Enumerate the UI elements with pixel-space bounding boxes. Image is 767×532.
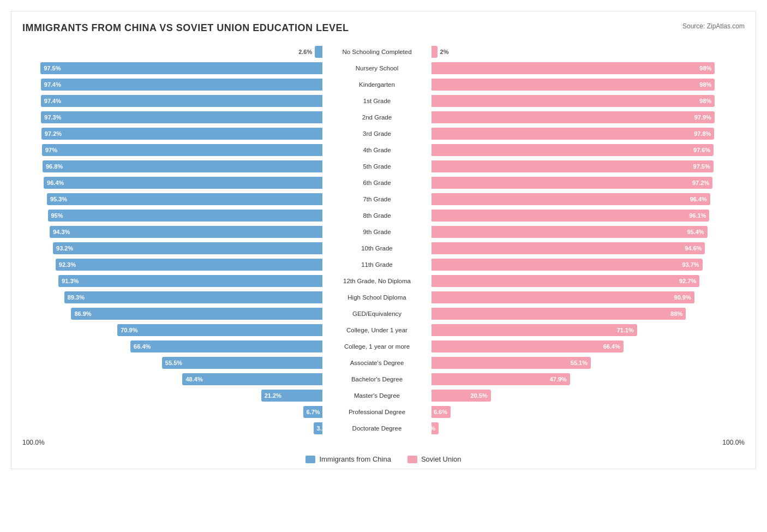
- bar-row: 70.9%College, Under 1 year71.1%: [22, 323, 745, 337]
- bar-label: 9th Grade: [322, 229, 432, 235]
- soviet-value: 20.5%: [470, 392, 490, 399]
- bar-row: 89.3%High School Diploma90.9%: [22, 290, 745, 304]
- bar-label: Kindergarten: [322, 81, 432, 88]
- bar-label: Associate's Degree: [322, 360, 432, 366]
- bar-label: Professional Degree: [322, 409, 432, 415]
- legend: Immigrants from China Soviet Union: [17, 455, 750, 463]
- bar-row: 55.5%Associate's Degree55.1%: [22, 356, 745, 370]
- bar-label: 10th Grade: [322, 245, 432, 252]
- bar-label: 6th Grade: [322, 180, 432, 186]
- bar-label: Master's Degree: [322, 392, 432, 399]
- china-value: 94.3%: [50, 229, 70, 235]
- china-value: 95.3%: [47, 196, 67, 202]
- soviet-value: 47.9%: [550, 376, 570, 382]
- bar-row: 3.1%Doctorate Degree2.5%: [22, 421, 745, 435]
- bar-label: Doctorate Degree: [322, 425, 432, 432]
- soviet-value: 6.6%: [434, 409, 451, 415]
- bar-row: 66.4%College, 1 year or more66.4%: [22, 339, 745, 354]
- china-value: 91.3%: [58, 278, 79, 284]
- soviet-value: 94.6%: [685, 245, 705, 252]
- bar-row: 2.6%No Schooling Completed2%: [22, 45, 745, 59]
- bar-row: 97.4%1st Grade98%: [22, 94, 745, 108]
- china-value: 6.7%: [303, 409, 320, 415]
- bar-label: Nursery School: [322, 65, 432, 71]
- china-value: 86.9%: [71, 310, 91, 317]
- bar-label: No Schooling Completed: [322, 49, 432, 55]
- china-value: 48.4%: [182, 376, 202, 382]
- bar-row: 92.3%11th Grade93.7%: [22, 258, 745, 272]
- bar-label: 2nd Grade: [322, 114, 432, 121]
- china-value: 95%: [48, 212, 63, 219]
- china-value: 97.4%: [41, 98, 61, 104]
- bar-row: 97.5%Nursery School98%: [22, 61, 745, 75]
- china-value: 92.3%: [56, 261, 76, 268]
- bar-label: Bachelor's Degree: [322, 376, 432, 382]
- soviet-value: 96.1%: [689, 212, 709, 219]
- china-value: 96.8%: [43, 163, 63, 170]
- china-value: 97.4%: [41, 81, 61, 88]
- china-value: 21.2%: [261, 392, 281, 399]
- bar-row: 48.4%Bachelor's Degree47.9%: [22, 372, 745, 386]
- soviet-value: 90.9%: [674, 294, 694, 301]
- bar-label: High School Diploma: [322, 294, 432, 301]
- bar-row: 21.2%Master's Degree20.5%: [22, 388, 745, 403]
- soviet-value: 66.4%: [603, 343, 624, 350]
- bar-row: 97.2%3rd Grade97.8%: [22, 127, 745, 141]
- soviet-value: 97.6%: [693, 147, 714, 153]
- legend-china: Immigrants from China: [305, 455, 391, 463]
- bar-row: 95.3%7th Grade96.4%: [22, 192, 745, 206]
- bar-row: 96.4%6th Grade97.2%: [22, 176, 745, 190]
- china-value: 55.5%: [162, 360, 182, 366]
- bar-label: 7th Grade: [322, 196, 432, 202]
- legend-china-label: Immigrants from China: [319, 455, 391, 463]
- bar-label: 11th Grade: [322, 261, 432, 268]
- china-value: 70.9%: [117, 327, 137, 333]
- bar-label: 3rd Grade: [322, 130, 432, 137]
- soviet-value: 88%: [670, 310, 686, 317]
- bar-row: 93.2%10th Grade94.6%: [22, 241, 745, 255]
- bar-row: 86.9%GED/Equivalency88%: [22, 307, 745, 321]
- soviet-value: 98%: [699, 65, 715, 71]
- soviet-value: 55.1%: [571, 360, 591, 366]
- china-value: 97.3%: [41, 114, 61, 121]
- bar-label: GED/Equivalency: [322, 310, 432, 317]
- chart-title: IMMIGRANTS FROM CHINA VS SOVIET UNION ED…: [17, 22, 750, 34]
- bar-label: 4th Grade: [322, 147, 432, 153]
- soviet-value: 97.5%: [693, 163, 714, 170]
- soviet-value: 71.1%: [617, 327, 637, 333]
- soviet-value: 96.4%: [690, 196, 710, 202]
- bar-row: 97%4th Grade97.6%: [22, 143, 745, 157]
- legend-soviet-label: Soviet Union: [421, 455, 462, 463]
- china-value: 97%: [42, 147, 57, 153]
- soviet-value: 98%: [699, 81, 715, 88]
- china-value: 2.6%: [298, 49, 312, 55]
- soviet-value: 97.2%: [692, 180, 712, 186]
- bottom-labels: 100.0% 100.0%: [17, 439, 750, 446]
- bar-label: 12th Grade, No Diploma: [322, 278, 432, 284]
- china-value: 89.3%: [64, 294, 85, 301]
- source-text: Source: ZipAtlas.com: [682, 22, 745, 30]
- bar-label: College, 1 year or more: [322, 343, 432, 350]
- bar-label: 5th Grade: [322, 163, 432, 170]
- china-value: 96.4%: [44, 180, 64, 186]
- bar-label: College, Under 1 year: [322, 327, 432, 333]
- chart-container: IMMIGRANTS FROM CHINA VS SOVIET UNION ED…: [11, 11, 756, 469]
- bar-row: 94.3%9th Grade95.4%: [22, 225, 745, 239]
- bar-row: 96.8%5th Grade97.5%: [22, 159, 745, 174]
- china-value: 97.2%: [41, 130, 62, 137]
- bar-row: 6.7%Professional Degree6.6%: [22, 405, 745, 419]
- bar-label: 1st Grade: [322, 98, 432, 104]
- soviet-value: 95.4%: [687, 229, 707, 235]
- legend-soviet-color: [408, 456, 417, 463]
- bar-label: 8th Grade: [322, 212, 432, 219]
- china-value: 93.2%: [53, 245, 73, 252]
- bar-row: 95%8th Grade96.1%: [22, 208, 745, 223]
- china-value: 97.5%: [40, 65, 61, 71]
- soviet-value: 97.8%: [694, 130, 714, 137]
- soviet-value: 97.9%: [694, 114, 715, 121]
- soviet-value: 92.7%: [679, 278, 699, 284]
- bar-row: 97.3%2nd Grade97.9%: [22, 110, 745, 124]
- bottom-label-right: 100.0%: [722, 439, 745, 446]
- bar-row: 91.3%12th Grade, No Diploma92.7%: [22, 274, 745, 288]
- soviet-value: 2%: [440, 49, 449, 55]
